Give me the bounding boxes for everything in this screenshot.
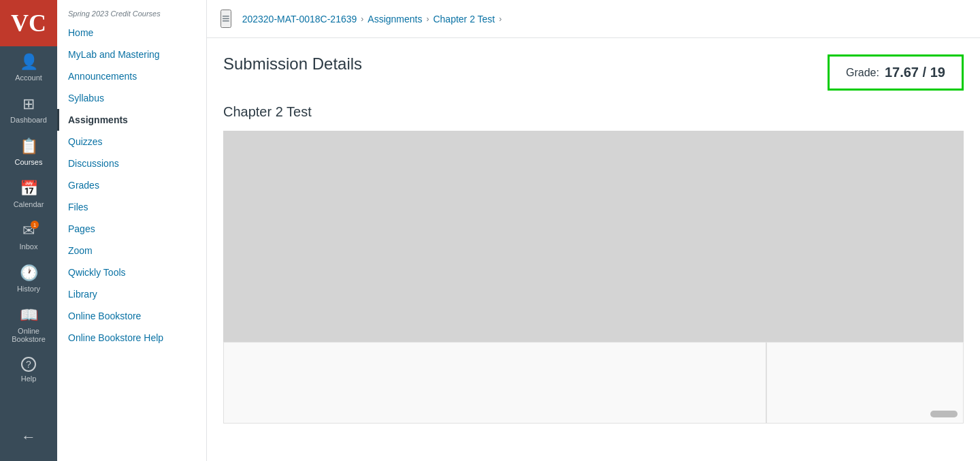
nav-label-courses: Courses bbox=[15, 158, 43, 166]
nav-label-help: Help bbox=[21, 375, 37, 383]
nav-label-calendar: Calendar bbox=[14, 200, 44, 208]
content-split-left bbox=[223, 342, 766, 424]
hamburger-button[interactable]: ≡ bbox=[220, 10, 231, 28]
nav-label-inbox: Inbox bbox=[20, 242, 38, 251]
breadcrumb-sep-2: › bbox=[426, 14, 429, 24]
inbox-badge-container: ✉ 1 bbox=[22, 222, 35, 240]
nav-item-dashboard[interactable]: ⊞ Dashboard bbox=[0, 89, 57, 131]
content-header-row: Submission Details Grade: 17.67 / 19 bbox=[223, 54, 964, 91]
sidebar-item-pages[interactable]: Pages bbox=[57, 218, 206, 240]
inbox-badge: 1 bbox=[31, 221, 39, 229]
content-area: Submission Details Grade: 17.67 / 19 Cha… bbox=[207, 38, 980, 461]
content-split bbox=[223, 342, 964, 424]
nav-label-account: Account bbox=[15, 74, 42, 82]
content-split-right bbox=[766, 342, 964, 424]
collapse-icon: ← bbox=[21, 428, 36, 446]
calendar-icon: 📅 bbox=[20, 180, 38, 197]
grade-box: Grade: 17.67 / 19 bbox=[828, 54, 964, 91]
breadcrumb-sep-1: › bbox=[361, 14, 363, 24]
grade-value: 17.67 / 19 bbox=[885, 65, 945, 80]
nav-item-collapse[interactable]: ← bbox=[0, 422, 57, 453]
course-label: Spring 2023 Credit Courses bbox=[57, 0, 206, 22]
breadcrumb: 202320-MAT-0018C-21639 › Assignments › C… bbox=[242, 14, 502, 25]
sidebar-item-qwickly[interactable]: Qwickly Tools bbox=[57, 261, 206, 283]
nav-collapse[interactable]: ← bbox=[0, 422, 57, 461]
sidebar-item-home[interactable]: Home bbox=[57, 22, 206, 44]
content-iframe-area bbox=[223, 131, 964, 342]
sidebar-item-syllabus[interactable]: Syllabus bbox=[57, 87, 206, 109]
sidebar-item-library[interactable]: Library bbox=[57, 283, 206, 305]
main-content: ≡ 202320-MAT-0018C-21639 › Assignments ›… bbox=[207, 0, 980, 461]
sidebar-item-assignments[interactable]: Assignments bbox=[57, 109, 206, 131]
bookstore-icon: 📖 bbox=[20, 306, 38, 324]
account-icon: 👤 bbox=[20, 53, 38, 71]
nav-label-dashboard: Dashboard bbox=[10, 116, 47, 124]
scroll-indicator[interactable] bbox=[930, 411, 958, 417]
sidebar-item-mylab[interactable]: MyLab and Mastering bbox=[57, 44, 206, 65]
sidebar-item-online-bookstore[interactable]: Online Bookstore bbox=[57, 305, 206, 327]
courses-icon: 📋 bbox=[20, 138, 38, 155]
sidebar-item-grades[interactable]: Grades bbox=[57, 174, 206, 196]
course-sidebar: Spring 2023 Credit Courses Home MyLab an… bbox=[57, 0, 207, 461]
logo-text: VC bbox=[11, 11, 46, 35]
breadcrumb-sep-3: › bbox=[499, 14, 502, 24]
sidebar-item-files[interactable]: Files bbox=[57, 196, 206, 218]
top-header: ≡ 202320-MAT-0018C-21639 › Assignments ›… bbox=[207, 0, 980, 38]
nav-item-online-bookstore[interactable]: 📖 Online Bookstore bbox=[0, 300, 57, 350]
sidebar-item-announcements[interactable]: Announcements bbox=[57, 65, 206, 87]
breadcrumb-test[interactable]: Chapter 2 Test bbox=[433, 14, 495, 25]
sidebar-item-quizzes[interactable]: Quizzes bbox=[57, 131, 206, 153]
sidebar-item-zoom[interactable]: Zoom bbox=[57, 240, 206, 261]
assignment-title: Chapter 2 Test bbox=[223, 104, 964, 120]
page-title: Submission Details bbox=[223, 54, 362, 74]
sidebar-item-online-bookstore-help[interactable]: Online Bookstore Help bbox=[57, 327, 206, 349]
nav-item-history[interactable]: 🕐 History bbox=[0, 257, 57, 300]
help-icon: ? bbox=[21, 357, 36, 372]
dashboard-icon: ⊞ bbox=[22, 95, 35, 113]
nav-item-courses[interactable]: 📋 Courses bbox=[0, 131, 57, 173]
global-nav: VC 👤 Account ⊞ Dashboard 📋 Courses 📅 Cal… bbox=[0, 0, 57, 461]
nav-item-inbox[interactable]: ✉ 1 Inbox bbox=[0, 215, 57, 257]
breadcrumb-assignments[interactable]: Assignments bbox=[368, 14, 422, 25]
sidebar-item-discussions[interactable]: Discussions bbox=[57, 153, 206, 174]
history-icon: 🕐 bbox=[20, 264, 38, 282]
nav-label-history: History bbox=[17, 285, 40, 293]
logo[interactable]: VC bbox=[0, 0, 57, 46]
nav-item-account[interactable]: 👤 Account bbox=[0, 46, 57, 89]
grade-label: Grade: bbox=[846, 67, 879, 79]
nav-item-calendar[interactable]: 📅 Calendar bbox=[0, 173, 57, 215]
nav-item-help[interactable]: ? Help bbox=[0, 350, 57, 390]
breadcrumb-course[interactable]: 202320-MAT-0018C-21639 bbox=[242, 14, 357, 25]
nav-label-bookstore: Online Bookstore bbox=[0, 327, 57, 343]
